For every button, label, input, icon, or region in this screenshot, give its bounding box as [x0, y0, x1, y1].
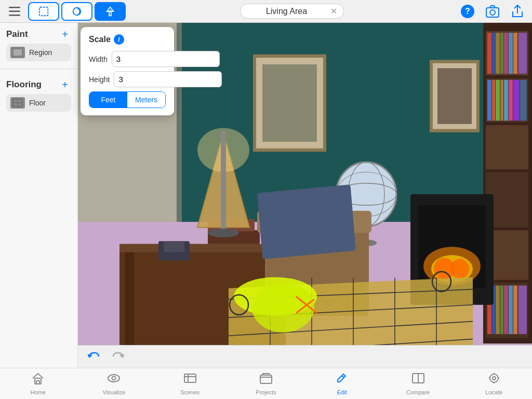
height-label: Height: [89, 75, 110, 84]
svg-rect-29: [500, 33, 503, 74]
compare-label: Compare: [406, 389, 430, 395]
svg-rect-47: [509, 285, 513, 334]
undo-button[interactable]: [86, 350, 101, 364]
svg-rect-101: [164, 241, 184, 252]
sidebar-divider: [0, 69, 77, 69]
svg-rect-26: [487, 33, 491, 74]
svg-point-10: [490, 10, 495, 15]
svg-rect-51: [262, 64, 317, 142]
visualize-label: Visualize: [103, 389, 126, 395]
flooring-header: Flooring +: [6, 78, 71, 91]
nav-scenes[interactable]: Scenes: [152, 369, 228, 398]
svg-rect-30: [504, 33, 508, 74]
projects-icon: [259, 372, 273, 388]
add-flooring-button[interactable]: +: [59, 78, 71, 91]
info-icon[interactable]: i: [114, 34, 124, 45]
nav-projects[interactable]: Projects: [228, 369, 304, 398]
floor-item[interactable]: Floor: [6, 94, 71, 112]
paint-title: Paint: [6, 29, 28, 39]
feet-button[interactable]: Feet: [89, 92, 127, 108]
redo-button[interactable]: [111, 350, 126, 364]
locate-label: Locate: [485, 389, 502, 395]
height-input[interactable]: [114, 71, 222, 87]
meters-button[interactable]: Meters: [127, 92, 165, 108]
sidebar: Paint + Region Flooring +: [0, 23, 78, 368]
svg-text:?: ?: [465, 7, 470, 16]
locate-icon: [487, 372, 501, 388]
svg-rect-39: [509, 80, 513, 121]
svg-point-92: [252, 283, 314, 332]
nav-visualize[interactable]: Visualize: [76, 369, 152, 398]
unit-toggle: Feet Meters: [89, 91, 166, 108]
title-bar: Living Area ✕: [130, 4, 454, 19]
visualize-icon: [107, 372, 121, 388]
paint-header: Paint +: [6, 28, 71, 41]
svg-rect-33: [518, 33, 527, 74]
top-toolbar: Living Area ✕ ?: [0, 0, 532, 23]
svg-rect-40: [513, 80, 520, 121]
svg-rect-0: [9, 7, 20, 8]
home-label: Home: [30, 389, 45, 395]
svg-point-59: [450, 259, 469, 278]
paint-section: Paint + Region: [0, 23, 77, 64]
svg-rect-22: [486, 125, 528, 169]
svg-rect-28: [496, 33, 500, 74]
help-button[interactable]: ?: [458, 2, 477, 21]
edit-label: Edit: [337, 389, 347, 395]
nav-compare[interactable]: Compare: [380, 369, 456, 398]
svg-rect-31: [509, 33, 513, 74]
floor-icon: [10, 97, 25, 109]
width-row: Width: [89, 51, 166, 67]
projects-label: Projects: [256, 389, 276, 395]
svg-rect-32: [513, 33, 517, 74]
scale-popup: Scale i Width Height Feet Meters: [81, 27, 174, 115]
scale-header: Scale i: [89, 34, 166, 45]
height-row: Height: [89, 71, 166, 87]
svg-rect-109: [260, 375, 272, 383]
share-button[interactable]: [508, 2, 527, 21]
region-item[interactable]: Region: [6, 44, 71, 61]
svg-rect-3: [39, 7, 48, 16]
select-tool-button[interactable]: [28, 2, 59, 21]
top-right-buttons: ?: [458, 2, 527, 21]
region-label: Region: [29, 48, 52, 57]
svg-rect-36: [496, 80, 500, 121]
svg-rect-1: [9, 10, 20, 12]
svg-rect-61: [119, 244, 286, 252]
tool-group: [28, 2, 126, 21]
svg-line-110: [342, 376, 344, 378]
scenes-icon: [183, 372, 197, 388]
nav-locate[interactable]: Locate: [456, 369, 532, 398]
lasso-tool-button[interactable]: [61, 2, 92, 21]
svg-rect-103: [36, 381, 39, 384]
svg-rect-48: [513, 285, 517, 334]
edit-icon: [335, 372, 349, 388]
svg-rect-11: [13, 49, 22, 56]
title-clear-button[interactable]: ✕: [330, 6, 337, 16]
svg-rect-53: [437, 68, 472, 124]
room-title: Living Area: [247, 7, 326, 16]
camera-button[interactable]: [483, 2, 502, 21]
compare-icon: [411, 372, 425, 388]
image-bottom-bar: [78, 345, 532, 368]
svg-rect-80: [257, 184, 356, 259]
width-input[interactable]: [112, 51, 220, 67]
title-wrapper: Living Area ✕: [240, 4, 344, 19]
bottom-nav: Home Visualize Scenes Proj: [0, 368, 532, 399]
nav-home[interactable]: Home: [0, 369, 76, 398]
scale-title: Scale: [89, 35, 111, 44]
move-tool-button[interactable]: [95, 2, 126, 21]
flooring-section: Flooring + Floor: [0, 73, 77, 115]
svg-rect-69: [221, 131, 226, 231]
menu-button[interactable]: [5, 2, 24, 21]
svg-rect-41: [520, 80, 527, 121]
home-icon: [31, 372, 45, 388]
add-paint-button[interactable]: +: [59, 28, 71, 41]
svg-rect-2: [9, 15, 20, 16]
svg-point-113: [490, 374, 498, 382]
svg-rect-106: [184, 374, 196, 382]
nav-edit[interactable]: Edit: [304, 369, 380, 398]
svg-rect-38: [504, 80, 508, 121]
region-icon: [10, 47, 25, 58]
svg-rect-37: [500, 80, 503, 121]
